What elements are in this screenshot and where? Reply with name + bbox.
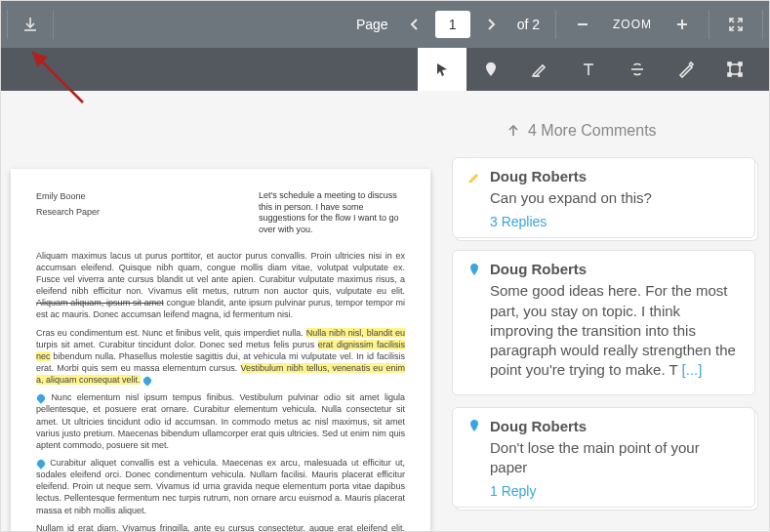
comment-body: Some good ideas here. For the most part,…	[490, 281, 741, 380]
comments-panel: 4 More Comments Doug RobertsCan you expa…	[448, 101, 769, 531]
area-select-tool[interactable]	[710, 48, 759, 91]
comment-card[interactable]: Doug RobertsDon't lose the main point of…	[452, 407, 755, 509]
top-toolbar: Page 1 of 2 ZOOM	[1, 1, 769, 48]
strikethrough-tool[interactable]	[613, 48, 662, 91]
comment-body: Can you expand on this?	[490, 188, 741, 208]
comment-card[interactable]: Doug RobertsSome good ideas here. For th…	[452, 250, 755, 394]
more-comments-link[interactable]: 4 More Comments	[452, 122, 755, 140]
arrow-up-icon	[507, 124, 520, 138]
text-tool[interactable]	[564, 48, 613, 91]
pin-icon[interactable]	[142, 375, 152, 386]
doc-paragraph: Nullam id erat diam. Vivamus fringilla, …	[36, 522, 405, 532]
zoom-out-button[interactable]	[566, 8, 599, 41]
prev-page-button[interactable]	[398, 8, 431, 41]
document-page[interactable]: Emily Boone Research Paper Let's schedul…	[11, 169, 430, 532]
svg-rect-3	[728, 73, 731, 76]
doc-author: Emily Boone	[36, 190, 100, 202]
svg-rect-2	[739, 62, 742, 65]
comment-replies-link[interactable]: 1 Reply	[490, 483, 741, 499]
comment-replies-link[interactable]: 3 Replies	[490, 214, 741, 229]
svg-rect-4	[739, 73, 742, 76]
pointer-tool[interactable]	[418, 48, 466, 91]
download-button[interactable]	[14, 8, 47, 41]
zoom-label: ZOOM	[613, 18, 652, 31]
expand-comment-link[interactable]: [...]	[682, 361, 703, 378]
pin-tool[interactable]	[466, 48, 515, 91]
zoom-in-button[interactable]	[666, 8, 699, 41]
doc-paragraph: Curabitur aliquet convallis est a vehicu…	[36, 457, 405, 516]
pin-icon	[466, 418, 482, 433]
page-number-input[interactable]: 1	[435, 11, 470, 38]
fullscreen-button[interactable]	[719, 8, 752, 41]
comment-author: Doug Roberts	[490, 418, 587, 434]
draw-tool[interactable]	[662, 48, 710, 91]
comment-body: Don't lose the main point of your paper	[490, 438, 741, 478]
comment-author: Doug Roberts	[490, 168, 587, 184]
pin-icon[interactable]	[35, 392, 46, 403]
pin-icon[interactable]	[35, 458, 46, 469]
highlight-icon	[466, 169, 482, 184]
doc-paragraph: Nunc elementum nisl ipsum tempus finibus…	[36, 391, 405, 451]
comment-card[interactable]: Doug RobertsCan you expand on this? 3 Re…	[452, 157, 755, 238]
highlight-tool[interactable]	[515, 48, 564, 91]
inline-comment-text: Let's schedule a meeting to discuss this…	[259, 190, 405, 236]
next-page-button[interactable]	[474, 8, 507, 41]
svg-rect-1	[728, 62, 731, 65]
pin-icon	[466, 262, 482, 277]
page-total-label: of 2	[517, 17, 540, 32]
doc-title: Research Paper	[36, 206, 100, 218]
page-label: Page	[356, 17, 388, 32]
annotation-toolbar	[1, 48, 769, 91]
comment-author: Doug Roberts	[490, 261, 587, 277]
doc-paragraph: Aliquam maximus lacus ut purus porttitor…	[36, 250, 405, 321]
doc-paragraph: Cras eu condimentum est. Nunc et finibus…	[36, 327, 405, 387]
